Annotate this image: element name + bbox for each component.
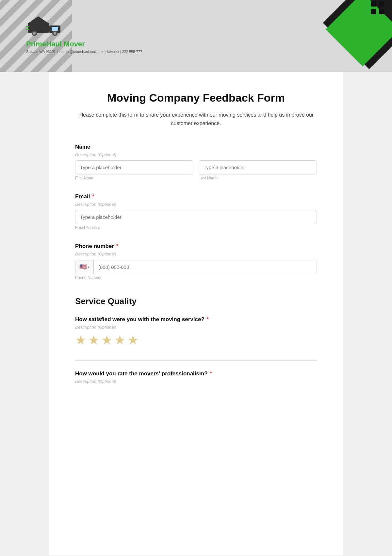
svg-rect-5	[52, 27, 58, 31]
svg-rect-10	[371, 1, 376, 7]
diamond-grid-icon	[370, 0, 385, 19]
chevron-down-icon: ▾	[88, 265, 90, 269]
form-description: Please complete this form to share your …	[75, 111, 317, 127]
svg-rect-12	[371, 9, 376, 14]
section-divider	[75, 360, 317, 361]
svg-rect-0	[28, 23, 49, 33]
phone-number-input[interactable]	[94, 260, 317, 274]
satisfaction-question: How satisfied were you with the moving s…	[75, 316, 317, 347]
name-input-row: First Name Last Name	[75, 160, 317, 180]
star-5[interactable]: ★	[127, 333, 139, 347]
email-label: Email *	[75, 193, 317, 200]
service-quality-header: Service Quality	[75, 293, 317, 306]
star-2[interactable]: ★	[88, 333, 99, 347]
brand-contact: Seattle, WA 98101 | inquire@primehaul.ma…	[26, 50, 142, 54]
email-field-section: Email * Description (Optional) Email Add…	[75, 193, 317, 230]
first-name-col: First Name	[75, 160, 193, 180]
email-sublabel: Email Address	[75, 225, 317, 230]
svg-point-9	[54, 32, 56, 35]
phone-label: Phone number *	[75, 243, 317, 250]
email-required-marker: *	[90, 193, 94, 200]
svg-marker-1	[28, 16, 49, 24]
header-diamond-decoration	[317, 0, 392, 72]
satisfaction-description: Description (Optional)	[75, 325, 317, 330]
last-name-sublabel: Last Name	[199, 176, 317, 180]
professionalism-required-marker: *	[208, 370, 212, 377]
last-name-col: Last Name	[199, 160, 317, 180]
first-name-input[interactable]	[75, 160, 193, 174]
star-3[interactable]: ★	[101, 333, 112, 347]
form-title: Moving Company Feedback Form	[75, 91, 317, 104]
name-description: Description (Optional)	[75, 152, 317, 157]
name-label: Name	[75, 144, 317, 150]
svg-rect-13	[379, 9, 384, 14]
name-field-section: Name Description (Optional) First Name L…	[75, 144, 317, 180]
star-4[interactable]: ★	[114, 333, 125, 347]
last-name-input[interactable]	[199, 160, 317, 174]
svg-rect-11	[379, 1, 384, 7]
professionalism-description: Description (Optional)	[75, 379, 317, 384]
main-content: Moving Company Feedback Form Please comp…	[49, 72, 343, 555]
satisfaction-label: How satisfied were you with the moving s…	[75, 316, 317, 323]
satisfaction-star-rating[interactable]: ★ ★ ★ ★ ★	[75, 333, 317, 347]
phone-flag-selector[interactable]: 🇺🇸 ▾	[75, 260, 94, 274]
email-input[interactable]	[75, 210, 317, 224]
phone-sublabel: Phone Number	[75, 275, 317, 280]
flag-emoji: 🇺🇸	[79, 263, 87, 270]
star-1[interactable]: ★	[75, 333, 86, 347]
email-description: Description (Optional)	[75, 202, 317, 207]
logo-area: PrimeHaul Mover Seattle, WA 98101 | inqu…	[26, 13, 142, 54]
satisfaction-required-marker: *	[205, 316, 209, 322]
brand-name: PrimeHaul Mover	[26, 40, 142, 48]
svg-point-7	[33, 32, 36, 35]
logo-icon	[26, 13, 142, 39]
service-quality-section: Service Quality How satisfied were you w…	[75, 293, 317, 384]
phone-required-marker: *	[115, 243, 118, 249]
phone-input-row: 🇺🇸 ▾	[75, 260, 317, 274]
first-name-sublabel: First Name	[75, 176, 193, 180]
page-header: PrimeHaul Mover Seattle, WA 98101 | inqu…	[0, 0, 392, 72]
phone-field-section: Phone number * Description (Optional) 🇺🇸…	[75, 243, 317, 280]
phone-description: Description (Optional)	[75, 252, 317, 256]
professionalism-question: How would you rate the movers' professio…	[75, 370, 317, 384]
professionalism-label: How would you rate the movers' professio…	[75, 370, 317, 377]
